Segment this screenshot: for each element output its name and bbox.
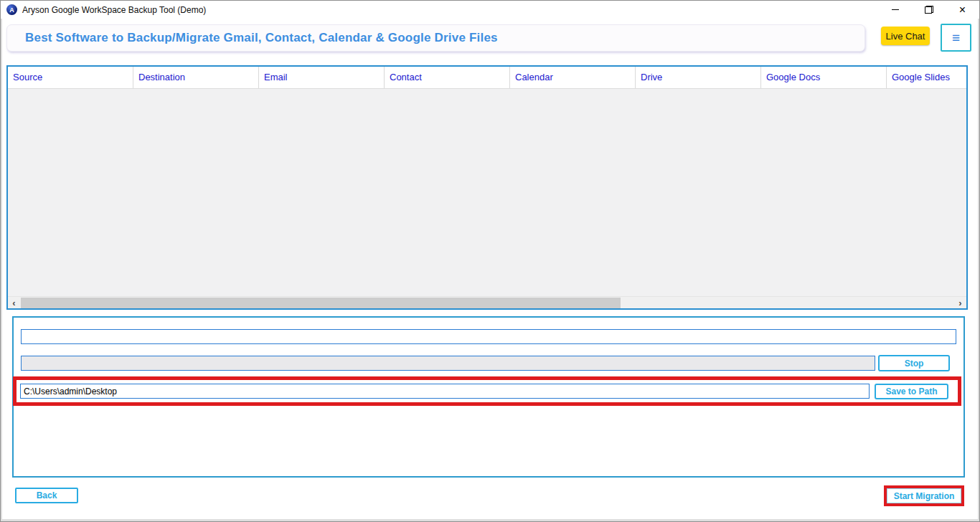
banner-text: Best Software to Backup/Migrate Gmail, C… bbox=[25, 31, 498, 45]
restore-icon bbox=[925, 6, 933, 14]
column-header-google-slides[interactable]: Google Slides bbox=[887, 67, 966, 88]
scrollbar-thumb[interactable] bbox=[21, 298, 621, 308]
hamburger-menu-button[interactable]: ≡ bbox=[941, 24, 971, 52]
mapping-table: Source Destination Email Contact Calenda… bbox=[6, 65, 968, 310]
live-chat-button[interactable]: Live Chat bbox=[881, 27, 930, 45]
start-migration-button[interactable]: Start Migration bbox=[887, 488, 961, 503]
window-controls: × bbox=[878, 1, 979, 19]
save-path-input[interactable] bbox=[20, 384, 870, 399]
migration-panel: Stop Save to Path bbox=[12, 316, 965, 478]
scroll-left-arrow-icon[interactable]: ‹ bbox=[8, 297, 20, 308]
title-bar: A Aryson Google WorkSpace Backup Tool (D… bbox=[1, 1, 979, 19]
stop-button[interactable]: Stop bbox=[878, 355, 950, 371]
back-button[interactable]: Back bbox=[15, 488, 78, 503]
banner: Best Software to Backup/Migrate Gmail, C… bbox=[6, 24, 865, 52]
column-header-email[interactable]: Email bbox=[259, 67, 385, 88]
table-header-row: Source Destination Email Contact Calenda… bbox=[8, 67, 966, 89]
close-button[interactable]: × bbox=[946, 1, 979, 19]
column-header-contact[interactable]: Contact bbox=[385, 67, 510, 88]
column-header-drive[interactable]: Drive bbox=[636, 67, 761, 88]
app-window: A Aryson Google WorkSpace Backup Tool (D… bbox=[0, 0, 980, 522]
column-header-source[interactable]: Source bbox=[8, 67, 133, 88]
scroll-right-arrow-icon[interactable]: › bbox=[954, 297, 966, 308]
horizontal-scrollbar[interactable]: ‹ › bbox=[8, 296, 966, 308]
column-header-calendar[interactable]: Calendar bbox=[510, 67, 636, 88]
minimize-button[interactable] bbox=[878, 1, 912, 19]
progress-bar bbox=[21, 356, 875, 371]
table-body bbox=[8, 89, 966, 296]
save-to-path-button[interactable]: Save to Path bbox=[875, 384, 948, 399]
minimize-icon bbox=[892, 9, 899, 10]
column-header-destination[interactable]: Destination bbox=[133, 67, 259, 88]
window-title: Aryson Google WorkSpace Backup Tool (Dem… bbox=[22, 5, 206, 15]
status-input[interactable] bbox=[21, 329, 956, 344]
start-migration-highlight: Start Migration bbox=[884, 485, 964, 506]
app-logo-icon: A bbox=[6, 4, 17, 15]
close-icon: × bbox=[959, 4, 966, 16]
save-path-highlight: Save to Path bbox=[13, 376, 961, 406]
hamburger-icon: ≡ bbox=[952, 31, 960, 44]
restore-button[interactable] bbox=[912, 1, 946, 19]
column-header-google-docs[interactable]: Google Docs bbox=[761, 67, 887, 88]
